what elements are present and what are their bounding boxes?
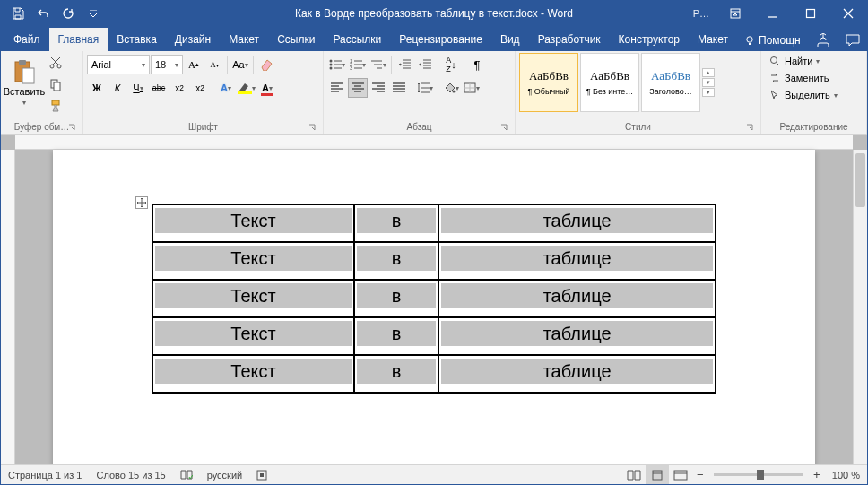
shading-button[interactable]: ▾	[441, 78, 461, 98]
read-mode-button[interactable]	[622, 465, 646, 484]
table-cell[interactable]: таблице	[438, 242, 716, 280]
table-cell[interactable]: в	[354, 355, 438, 393]
font-launcher[interactable]	[308, 124, 317, 133]
table-row[interactable]: Текствтаблице	[152, 355, 716, 393]
table-row[interactable]: Текствтаблице	[152, 317, 716, 355]
undo-button[interactable]	[31, 3, 55, 24]
language-button[interactable]: русский	[200, 465, 249, 484]
table-cell[interactable]: в	[354, 242, 438, 280]
font-color-button[interactable]: A▾	[257, 78, 277, 98]
close-button[interactable]	[829, 1, 867, 26]
table-cell[interactable]: в	[354, 204, 438, 242]
web-layout-button[interactable]	[669, 465, 692, 484]
align-right-button[interactable]	[369, 78, 388, 98]
maximize-button[interactable]	[792, 1, 829, 26]
replace-button[interactable]: Заменить	[765, 70, 841, 86]
save-button[interactable]	[6, 3, 30, 24]
redo-button[interactable]	[56, 3, 80, 24]
copy-button[interactable]	[46, 74, 65, 94]
subscript-button[interactable]: x2	[169, 78, 189, 98]
tab-file[interactable]: Файл	[4, 28, 49, 51]
find-button[interactable]: Найти▾	[765, 53, 841, 69]
table-cell[interactable]: в	[354, 280, 438, 317]
table-move-handle[interactable]	[135, 196, 148, 209]
highlight-button[interactable]: ▾	[237, 78, 256, 98]
styles-launcher[interactable]	[746, 124, 755, 133]
multilevel-list-button[interactable]: ▾	[369, 55, 388, 74]
table-row[interactable]: Текствтаблице	[152, 242, 716, 280]
tab-layout[interactable]: Макет	[220, 28, 268, 51]
tell-me-search[interactable]: Помощн	[737, 30, 808, 50]
print-layout-button[interactable]	[646, 465, 669, 484]
page[interactable]: ТекствтаблицеТекствтаблицеТекствтаблицеТ…	[53, 150, 815, 464]
tab-view[interactable]: Вид	[491, 28, 529, 51]
table-row[interactable]: Текствтаблице	[152, 204, 716, 242]
align-left-button[interactable]	[327, 78, 347, 98]
strikethrough-button[interactable]: abc	[149, 78, 169, 98]
paste-button[interactable]: Вставить ▾	[4, 53, 44, 112]
tab-references[interactable]: Ссылки	[268, 28, 324, 51]
shrink-font-button[interactable]: A▾	[204, 55, 224, 74]
macro-status[interactable]	[249, 465, 274, 484]
tab-mailings[interactable]: Рассылки	[324, 28, 390, 51]
numbering-button[interactable]: 123▾	[348, 55, 368, 74]
superscript-button[interactable]: x2	[190, 78, 210, 98]
share-button[interactable]	[812, 30, 837, 51]
align-center-button[interactable]	[348, 78, 368, 98]
horizontal-ruler[interactable]	[15, 135, 853, 150]
font-name-combo[interactable]: Arial▾	[87, 55, 150, 74]
gallery-more-button[interactable]: ▾	[702, 88, 715, 97]
table-cell[interactable]: таблице	[438, 280, 716, 317]
tab-insert[interactable]: Вставка	[108, 28, 166, 51]
select-button[interactable]: Выделить▾	[765, 87, 841, 103]
sort-button[interactable]: AZ↓	[441, 55, 461, 74]
zoom-out-button[interactable]: −	[692, 468, 708, 481]
table-cell[interactable]: Текст	[152, 317, 354, 355]
tab-table-design[interactable]: Конструктор	[610, 28, 689, 51]
paragraph-launcher[interactable]	[500, 124, 509, 133]
bullets-button[interactable]: ▾	[327, 55, 347, 74]
scrollbar-thumb[interactable]	[855, 153, 865, 207]
style-heading1[interactable]: АаБбВвЗаголово…	[641, 53, 700, 112]
table-cell[interactable]: таблице	[438, 317, 716, 355]
vertical-ruler[interactable]	[1, 150, 15, 464]
zoom-slider[interactable]	[714, 473, 803, 476]
change-case-button[interactable]: Aa▾	[230, 55, 250, 74]
underline-button[interactable]: Ч▾	[128, 78, 148, 98]
decrease-indent-button[interactable]	[395, 55, 414, 74]
table-cell[interactable]: Текст	[152, 204, 354, 242]
italic-button[interactable]: К	[108, 78, 127, 98]
document-table[interactable]: ТекствтаблицеТекствтаблицеТекствтаблицеТ…	[152, 204, 716, 394]
table-cell[interactable]: Текст	[152, 242, 354, 280]
grow-font-button[interactable]: A▴	[184, 55, 204, 74]
word-count[interactable]: Слово 15 из 15	[89, 465, 172, 484]
bold-button[interactable]: Ж	[87, 78, 107, 98]
comments-button[interactable]	[840, 30, 865, 51]
vertical-scrollbar[interactable]	[853, 150, 867, 464]
spell-check-button[interactable]	[173, 465, 200, 484]
table-cell[interactable]: таблице	[438, 204, 716, 242]
page-count[interactable]: Страница 1 из 1	[1, 465, 89, 484]
minimize-button[interactable]	[754, 1, 792, 26]
tab-home[interactable]: Главная	[49, 28, 108, 51]
tab-design[interactable]: Дизайн	[166, 28, 220, 51]
gallery-down-button[interactable]: ▾	[702, 78, 715, 87]
justify-button[interactable]	[389, 78, 409, 98]
ribbon-options-button[interactable]	[716, 1, 754, 26]
user-name[interactable]: P…	[686, 8, 716, 19]
increase-indent-button[interactable]	[415, 55, 435, 74]
table-cell[interactable]: в	[354, 317, 438, 355]
table-row[interactable]: Текствтаблице	[152, 280, 716, 317]
font-size-combo[interactable]: 18▾	[151, 55, 183, 74]
tab-review[interactable]: Рецензирование	[390, 28, 491, 51]
clear-formatting-button[interactable]	[256, 55, 276, 74]
tab-developer[interactable]: Разработчик	[529, 28, 610, 51]
show-marks-button[interactable]: ¶	[467, 55, 487, 74]
clipboard-launcher[interactable]	[68, 124, 77, 133]
format-painter-button[interactable]	[46, 96, 65, 116]
zoom-level[interactable]: 100 %	[825, 465, 867, 484]
style-normal[interactable]: АаБбВв¶ Обычный	[519, 53, 578, 112]
table-cell[interactable]: Текст	[152, 280, 354, 317]
zoom-thumb[interactable]	[757, 470, 764, 480]
style-no-spacing[interactable]: АаБбВв¶ Без инте…	[580, 53, 639, 112]
